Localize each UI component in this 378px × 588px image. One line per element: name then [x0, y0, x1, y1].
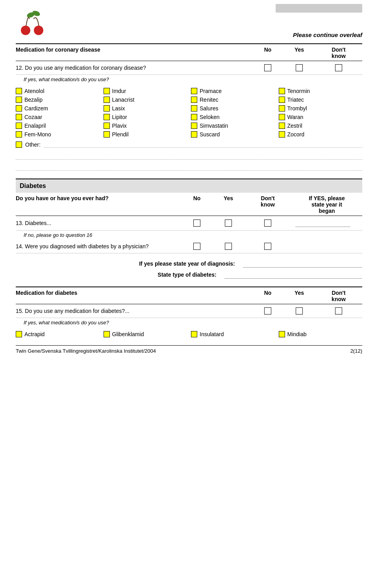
- med-cb-renitec[interactable]: [191, 97, 197, 103]
- other-row: Other:: [16, 141, 362, 148]
- med-cb-salures[interactable]: [191, 105, 197, 112]
- med-cb-imdur[interactable]: [104, 88, 110, 94]
- med-item-waran: Waran: [279, 114, 363, 120]
- diabetes-medication-grid: Actrapid Glibenklamid Insulatard Mindiab: [16, 331, 362, 337]
- med-cb-atenolol[interactable]: [16, 88, 22, 94]
- q12-no-checkbox[interactable]: [264, 64, 271, 71]
- med-cb-simvastatin[interactable]: [191, 123, 197, 129]
- svg-point-3: [34, 26, 43, 35]
- coronary-title: Medication for coronary disease: [16, 47, 252, 59]
- med-cb-other[interactable]: [16, 141, 22, 148]
- q15-label: 15. Do you use any medication for diabet…: [16, 308, 252, 314]
- med-cb-cozaar[interactable]: [16, 114, 22, 120]
- med-item-salures: Salures: [191, 105, 275, 112]
- state-type-row: State type of diabetes:: [16, 271, 362, 279]
- q13-row: 13. Diabetes...: [16, 216, 362, 231]
- med-cb-enalapril[interactable]: [16, 123, 22, 129]
- med-cb-insulatard[interactable]: [191, 331, 197, 337]
- q12-label: 12. Do you use any medication for corona…: [16, 65, 252, 71]
- q14-dontknow-checkbox[interactable]: [264, 243, 271, 250]
- q13-dontknow-checkbox[interactable]: [264, 220, 271, 227]
- q14-yes-checkbox[interactable]: [225, 243, 232, 250]
- q14-no-checkbox[interactable]: [193, 243, 200, 250]
- med-item-zestril: Zestril: [279, 123, 363, 129]
- med-cb-lasix[interactable]: [104, 105, 110, 112]
- top-bar: [276, 4, 362, 13]
- col-no-label: No: [252, 47, 284, 59]
- if-yes-year-row: If yes please state year of diagnosis:: [16, 260, 362, 268]
- year-of-diagnosis-line[interactable]: [243, 260, 362, 268]
- q13-year-line[interactable]: [295, 219, 350, 227]
- med-cb-tenormin[interactable]: [279, 88, 285, 94]
- q13-label: 13. Diabetes...: [16, 220, 181, 226]
- state-type-label: State type of diabetes:: [158, 272, 216, 278]
- q12-dontknow-checkbox[interactable]: [335, 64, 342, 71]
- med-diab-col-no: No: [252, 290, 284, 302]
- q13-sub: If no, please go to question 16: [16, 231, 362, 240]
- col-dont-know-label: Don'tknow: [315, 47, 362, 59]
- med-cb-lipitor[interactable]: [104, 114, 110, 120]
- med-cb-trombyl[interactable]: [279, 105, 285, 112]
- med-cb-actrapid[interactable]: [16, 331, 22, 337]
- page-number: 2(12): [350, 348, 362, 354]
- med-cb-zestril[interactable]: [279, 123, 285, 129]
- med-diab-col-yes: Yes: [284, 290, 315, 302]
- med-item-insulatard: Insulatard: [191, 331, 275, 337]
- extra-line-2: [16, 163, 362, 171]
- q13-no-checkbox[interactable]: [193, 220, 200, 227]
- med-cb-suscard[interactable]: [191, 131, 197, 138]
- med-cb-fem-mono[interactable]: [16, 131, 22, 138]
- med-item-trombyl: Trombyl: [279, 105, 363, 112]
- med-cb-pramace[interactable]: [191, 88, 197, 94]
- q15-no-checkbox[interactable]: [264, 307, 271, 314]
- med-cb-glibenklamid[interactable]: [104, 331, 110, 337]
- med-item-mindiab: Mindiab: [279, 331, 363, 337]
- med-item-zocord: Zocord: [279, 131, 363, 138]
- med-cb-triatec[interactable]: [279, 97, 285, 103]
- med-cb-plendil[interactable]: [104, 131, 110, 138]
- med-item-enalapril: Enalapril: [16, 123, 100, 129]
- med-item-atenolol: Atenolol: [16, 88, 100, 94]
- med-item-lasix: Lasix: [104, 105, 187, 112]
- med-cb-mindiab[interactable]: [279, 331, 285, 337]
- q14-row: 14. Were you diagnosed with diabetes by …: [16, 240, 362, 253]
- q15-yes-checkbox[interactable]: [296, 307, 303, 314]
- q14-label: 14. Were you diagnosed with diabetes by …: [16, 243, 181, 249]
- diabetes-section-header: Diabetes: [16, 179, 362, 193]
- other-input-line[interactable]: [44, 141, 362, 148]
- med-cb-waran[interactable]: [279, 114, 285, 120]
- type-of-diabetes-line[interactable]: [224, 271, 362, 279]
- other-label: Other:: [25, 141, 41, 148]
- diab-col-yes: Yes: [213, 195, 244, 214]
- med-item-tenormin: Tenormin: [279, 88, 363, 94]
- continue-overleaf-text: Please continue overleaf: [293, 32, 362, 38]
- med-cb-zocord[interactable]: [279, 131, 285, 138]
- med-item-imdur: Imdur: [104, 88, 187, 94]
- diab-col-no: No: [181, 195, 213, 214]
- medication-diabetes-section-header: Medication for diabetes No Yes Don'tknow: [16, 287, 362, 304]
- med-cb-lanacrist[interactable]: [104, 97, 110, 103]
- med-cb-cardizem[interactable]: [16, 105, 22, 112]
- q12-yes-checkbox[interactable]: [296, 64, 303, 71]
- q13-yes-checkbox[interactable]: [225, 220, 232, 227]
- q15-dontknow-checkbox[interactable]: [335, 307, 342, 314]
- med-cb-plavix[interactable]: [104, 123, 110, 129]
- q12-row: 12. Do you use any medication for corona…: [16, 61, 362, 75]
- med-item-plendil: Plendil: [104, 131, 187, 138]
- med-item-seloken: Seloken: [191, 114, 275, 120]
- med-cb-seloken[interactable]: [191, 114, 197, 120]
- med-item-lanacrist: Lanacrist: [104, 97, 187, 103]
- q15-row: 15. Do you use any medication for diabet…: [16, 304, 362, 318]
- med-cb-bezalip[interactable]: [16, 97, 22, 103]
- med-item-actrapid: Actrapid: [16, 331, 100, 337]
- med-item-renitec: Renitec: [191, 97, 275, 103]
- med-item-simvastatin: Simvastatin: [191, 123, 275, 129]
- med-item-suscard: Suscard: [191, 131, 275, 138]
- med-item-bezalip: Bezalip: [16, 97, 100, 103]
- if-yes-year-label: If yes please state year of diagnosis:: [139, 261, 235, 267]
- logo-icon: [16, 8, 47, 39]
- med-item-triatec: Triatec: [279, 97, 363, 103]
- diabetes-q-main-label: Do you have or have you ever had?: [16, 195, 181, 214]
- coronary-medication-grid: Atenolol Imdur Pramace Tenormin Bezalip …: [16, 88, 362, 138]
- med-diabetes-title: Medication for diabetes: [16, 290, 252, 302]
